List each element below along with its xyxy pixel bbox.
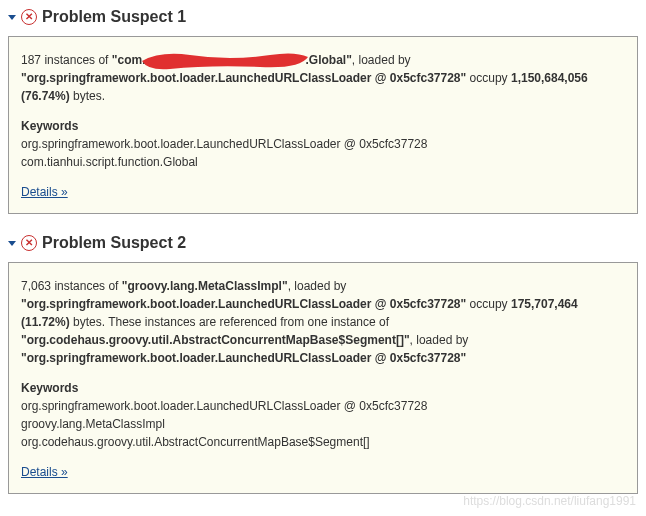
section-title: Problem Suspect 2	[42, 234, 186, 252]
watermark: https://blog.csdn.net/liufang1991	[463, 494, 636, 508]
collapse-arrow-icon[interactable]	[8, 15, 16, 20]
keyword-item: org.springframework.boot.loader.Launched…	[21, 397, 625, 415]
keyword-item: com.tianhui.script.function.Global	[21, 153, 625, 171]
ref-loader: org.springframework.boot.loader.Launched…	[27, 351, 461, 365]
redacted-marker-icon	[145, 53, 305, 69]
keywords-label: Keywords	[21, 381, 625, 395]
section-title: Problem Suspect 1	[42, 8, 186, 26]
problem-description: 7,063 instances of "groovy.lang.MetaClas…	[21, 277, 625, 367]
occupy-label: occupy	[470, 71, 508, 85]
keyword-item: groovy.lang.MetaClassImpl	[21, 415, 625, 433]
error-icon: ✕	[21, 9, 37, 25]
bytes-label: bytes.	[73, 315, 105, 329]
occupy-percent: (76.74%)	[21, 89, 70, 103]
instances-of-label: instances of	[54, 279, 118, 293]
occupy-percent: (11.72%)	[21, 315, 70, 329]
problem-box: 187 instances of "com..Global", loaded b…	[8, 36, 638, 214]
keywords-list: org.springframework.boot.loader.Launched…	[21, 397, 625, 451]
section-header: ✕ Problem Suspect 2	[8, 234, 638, 252]
loaded-by-label: loaded by	[359, 53, 411, 67]
problem-box: 7,063 instances of "groovy.lang.MetaClas…	[8, 262, 638, 494]
class-name: groovy.lang.MetaClassImpl	[127, 279, 281, 293]
keywords-label: Keywords	[21, 119, 625, 133]
keywords-list: org.springframework.boot.loader.Launched…	[21, 135, 625, 171]
details-link[interactable]: Details »	[21, 185, 68, 199]
error-icon: ✕	[21, 235, 37, 251]
section-header: ✕ Problem Suspect 1	[8, 8, 638, 26]
collapse-arrow-icon[interactable]	[8, 241, 16, 246]
details-link[interactable]: Details »	[21, 465, 68, 479]
loader-name: org.springframework.boot.loader.Launched…	[27, 297, 461, 311]
ref-class: org.codehaus.groovy.util.AbstractConcurr…	[27, 333, 404, 347]
loaded-by-label: loaded by	[294, 279, 346, 293]
problem-suspect-1: ✕ Problem Suspect 1 187 instances of "co…	[8, 8, 638, 214]
keyword-item: org.codehaus.groovy.util.AbstractConcurr…	[21, 433, 625, 451]
occupy-bytes: 175,707,464	[511, 297, 578, 311]
ref-text: These instances are referenced from one …	[108, 315, 389, 329]
bytes-label: bytes.	[73, 89, 105, 103]
instances-of-label: instances of	[44, 53, 108, 67]
loaded-by-label-2: loaded by	[416, 333, 468, 347]
problem-suspect-2: ✕ Problem Suspect 2 7,063 instances of "…	[8, 234, 638, 494]
occupy-bytes: 1,150,684,056	[511, 71, 588, 85]
keyword-item: org.springframework.boot.loader.Launched…	[21, 135, 625, 153]
class-suffix: .Global	[305, 53, 346, 67]
instance-count: 7,063	[21, 279, 51, 293]
problem-description: 187 instances of "com..Global", loaded b…	[21, 51, 625, 105]
instance-count: 187	[21, 53, 41, 67]
occupy-label: occupy	[470, 297, 508, 311]
